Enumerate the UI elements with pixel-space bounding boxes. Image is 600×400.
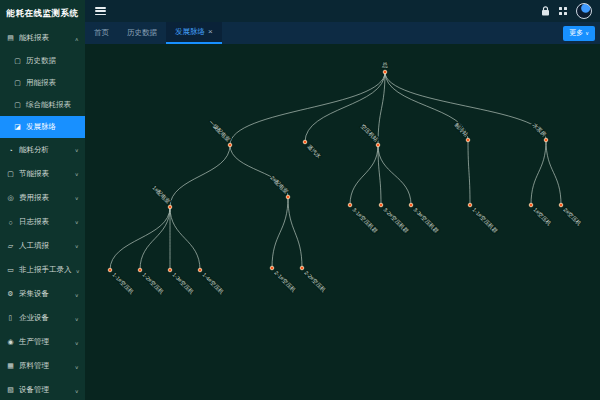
device-icon: ▯ (6, 314, 15, 322)
sidebar-item-label: 非上报手工录入 (19, 265, 72, 275)
tree-node-a[interactable] (228, 143, 232, 147)
sidebar-subitem-label: 发展脉络 (26, 122, 56, 132)
tab-bar: 首页历史数据发展脉络× 更多 ∨ (85, 22, 600, 44)
tree-node-label: 空压机站 (359, 123, 380, 144)
more-button-label: 更多 (569, 28, 583, 38)
tree-node-label: 1-1#空压机群 (471, 206, 500, 235)
sidebar-item-label: 费用报表 (19, 193, 49, 203)
tree-node-label: 2-1#空压机 (273, 269, 298, 294)
tree-node-c3[interactable] (409, 203, 413, 207)
sidebar-item-energy-report[interactable]: ▤能耗报表∧ (0, 26, 85, 50)
hamburger-menu-icon[interactable] (95, 7, 106, 15)
sidebar-item-material-management[interactable]: ▦原料管理∨ (0, 354, 85, 378)
tree-node-label: 1#空压机 (532, 206, 553, 227)
tree-node-a2[interactable] (286, 195, 290, 199)
sidebar-item-label: 采集设备 (19, 289, 49, 299)
tree-node-a1-2[interactable] (138, 268, 142, 272)
sidebar-item-collection-device[interactable]: ⚙采集设备∨ (0, 282, 85, 306)
sidebar-item-label: 设备管理 (19, 385, 49, 395)
chevron-down-icon: ∨ (75, 219, 79, 225)
sidebar-item-label: 节能报表 (19, 169, 49, 179)
sidebar-item-label: 生产管理 (19, 337, 49, 347)
tree-node-a1[interactable] (168, 205, 172, 209)
more-button[interactable]: 更多 ∨ (563, 26, 595, 41)
tree-node-a1-1[interactable] (108, 268, 112, 272)
tab-history-data[interactable]: 历史数据 (118, 22, 166, 44)
tree-node-e1[interactable] (529, 203, 533, 207)
tree-node-e2[interactable] (559, 203, 563, 207)
tree-node-c1[interactable] (348, 203, 352, 207)
tab-label: 首页 (94, 28, 109, 38)
tree-node-c[interactable] (376, 143, 380, 147)
sidebar-item-label: 原料管理 (19, 361, 49, 371)
tree-node-e[interactable] (544, 138, 548, 142)
gear-icon: ⚙ (6, 290, 15, 298)
doc-icon: ▢ (13, 101, 22, 109)
doc-icon: ▢ (6, 170, 15, 178)
doc-icon: ▢ (13, 57, 22, 65)
tree-node-d1[interactable] (468, 203, 472, 207)
tree-node-a1-4[interactable] (198, 268, 202, 272)
sidebar-item-production-management[interactable]: ◉生产管理∨ (0, 330, 85, 354)
sidebar-item-label: 日志报表 (19, 217, 49, 227)
tab-close-icon[interactable]: × (208, 28, 213, 36)
tree-edge (531, 140, 546, 205)
analysis-icon: ◔ (6, 147, 15, 154)
tree-edge (110, 207, 170, 270)
chevron-down-icon: ∨ (75, 147, 79, 153)
tree-node-label: 1-1#空压机 (111, 271, 136, 296)
lock-icon[interactable] (541, 6, 550, 16)
sidebar-subitem-development-tree[interactable]: ◪发展脉络 (0, 116, 85, 138)
tree-edge (468, 140, 470, 205)
tree-node-label: 总 (381, 62, 388, 68)
sidebar-subitem-label: 用能报表 (26, 78, 56, 88)
material-icon: ▦ (6, 362, 15, 370)
tab-home[interactable]: 首页 (85, 22, 118, 44)
tree-node-label: 1#配电室 (151, 184, 172, 205)
tree-edge (140, 207, 170, 270)
sidebar-item-equipment-management[interactable]: ▧设备管理∨ (0, 378, 85, 400)
tree-node-a1-3[interactable] (168, 268, 172, 272)
chevron-down-icon: ∨ (76, 267, 80, 273)
tree-node-b[interactable] (303, 140, 307, 144)
tree-node-label: 1-2#空压机 (141, 271, 166, 296)
apps-grid-icon[interactable] (559, 7, 567, 15)
tree-node-c2[interactable] (379, 203, 383, 207)
chevron-down-icon: ∨ (75, 171, 79, 177)
chevron-down-icon: ∨ (75, 387, 79, 393)
development-tree-chart: 总一级配电室蒸汽水空压机站制冷站水泵房1#配电室2#配电室1-1#空压机1-2#… (85, 44, 600, 400)
edit-icon: ▱ (6, 242, 15, 250)
report-icon: ▤ (6, 34, 15, 42)
avatar[interactable] (576, 3, 592, 19)
sidebar-item-manual-report[interactable]: ▱人工填报∨ (0, 234, 85, 258)
tree-node-label: 1-4#空压机 (201, 271, 226, 296)
sidebar-item-cost-report[interactable]: ◎费用报表∨ (0, 186, 85, 210)
tree-node-label: 3-3#空压机群 (412, 206, 441, 235)
sidebar-subitem-comprehensive-energy-report[interactable]: ▢综合能耗报表 (0, 94, 85, 116)
sidebar-item-enterprise-device[interactable]: ▯企业设备∨ (0, 306, 85, 330)
tree-node-root[interactable] (383, 70, 387, 74)
tree-edge (230, 72, 385, 145)
sidebar-item-log-report[interactable]: ○日志报表∨ (0, 210, 85, 234)
sidebar-item-non-report-manual-input[interactable]: ▭非上报手工录入∨ (0, 258, 85, 282)
sidebar-item-energy-analysis[interactable]: ◔能耗分析∨ (0, 138, 85, 162)
tab-development-tree[interactable]: 发展脉络× (166, 22, 222, 44)
chevron-down-icon: ∨ (75, 243, 79, 249)
sidebar-subitem-label: 历史数据 (26, 56, 56, 66)
chevron-down-icon: ∨ (75, 315, 79, 321)
sidebar-item-label: 人工填报 (19, 241, 49, 251)
sidebar-subitem-energy-usage-report[interactable]: ▢用能报表 (0, 72, 85, 94)
tab-label: 历史数据 (127, 28, 157, 38)
tree-node-label: 蒸汽水 (306, 143, 323, 160)
tree-svg: 总一级配电室蒸汽水空压机站制冷站水泵房1#配电室2#配电室1-1#空压机1-2#… (85, 44, 600, 400)
sidebar-item-label: 能耗分析 (19, 145, 49, 155)
tree-node-a2-1[interactable] (270, 266, 274, 270)
sidebar-subitem-label: 综合能耗报表 (26, 100, 71, 110)
sidebar-subitem-history-data[interactable]: ▢历史数据 (0, 50, 85, 72)
tree-node-d[interactable] (466, 138, 470, 142)
tree-node-label: 3-2#空压机群 (382, 206, 411, 235)
tree-edge (170, 145, 230, 207)
sidebar-item-energy-saving-report[interactable]: ▢节能报表∨ (0, 162, 85, 186)
tree-node-a2-2[interactable] (300, 266, 304, 270)
tree-edge (378, 145, 411, 205)
